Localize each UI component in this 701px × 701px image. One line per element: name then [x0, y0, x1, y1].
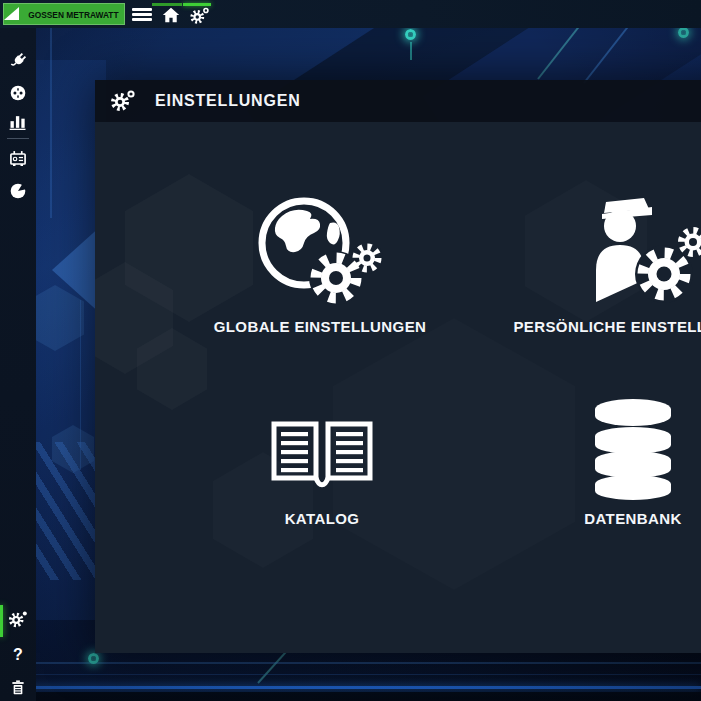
open-book-icon	[162, 390, 482, 500]
settings-panel-header: EINSTELLUNGEN	[95, 80, 701, 122]
sidebar-item-trash[interactable]	[0, 674, 36, 700]
measuring-device-icon	[8, 149, 28, 169]
sidebar-item-socket[interactable]	[0, 80, 36, 106]
panel-title: EINSTELLUNGEN	[155, 92, 301, 110]
sidebar-item-statistics[interactable]	[0, 109, 36, 135]
tile-label: DATENBANK	[473, 510, 701, 527]
bar-chart-icon	[8, 112, 28, 132]
tile-label: KATALOG	[162, 510, 482, 527]
settings-panel-body: GLOBALE EINSTELLUNGEN	[95, 122, 701, 653]
app-window: EINSTELLUNGEN	[0, 0, 701, 701]
tile-label: PERSÖNLICHE EINSTELLUNGEN	[478, 318, 701, 335]
gauge-icon	[8, 181, 28, 201]
settings-tab[interactable]	[189, 6, 209, 24]
topbar: GOSSEN METRAWATT	[0, 0, 701, 28]
tile-label: GLOBALE EINSTELLUNGEN	[160, 318, 480, 335]
gear-icon	[7, 609, 29, 629]
person-gears-icon	[478, 190, 701, 308]
settings-gear-icon	[110, 89, 136, 113]
sidebar-item-settings[interactable]	[0, 606, 36, 632]
sidebar-divider	[7, 138, 29, 139]
logo-triangle-icon	[4, 7, 19, 20]
tile-globale-einstellungen[interactable]: GLOBALE EINSTELLUNGEN	[160, 190, 480, 335]
trash-icon	[9, 678, 27, 697]
logo: GOSSEN METRAWATT	[3, 3, 125, 25]
plug-icon	[8, 51, 28, 71]
menu-icon[interactable]	[132, 8, 152, 21]
sidebar-item-measuring-device[interactable]	[0, 146, 36, 172]
sidebar: ?	[0, 28, 36, 701]
sidebar-item-help[interactable]: ?	[0, 642, 36, 668]
logo-text: GOSSEN METRAWATT	[28, 9, 118, 20]
home-tab[interactable]	[161, 6, 181, 24]
sidebar-item-gauge[interactable]	[0, 178, 36, 204]
tile-persoenliche-einstellungen[interactable]: PERSÖNLICHE EINSTELLUNGEN	[478, 190, 701, 335]
tile-katalog[interactable]: KATALOG	[162, 390, 482, 527]
tile-datenbank[interactable]: DATENBANK	[473, 390, 701, 527]
database-icon	[473, 390, 701, 500]
socket-icon	[8, 83, 28, 103]
globe-gears-icon	[160, 190, 480, 308]
question-icon: ?	[13, 646, 23, 664]
settings-panel: EINSTELLUNGEN	[95, 80, 701, 653]
sidebar-item-plug[interactable]	[0, 48, 36, 74]
